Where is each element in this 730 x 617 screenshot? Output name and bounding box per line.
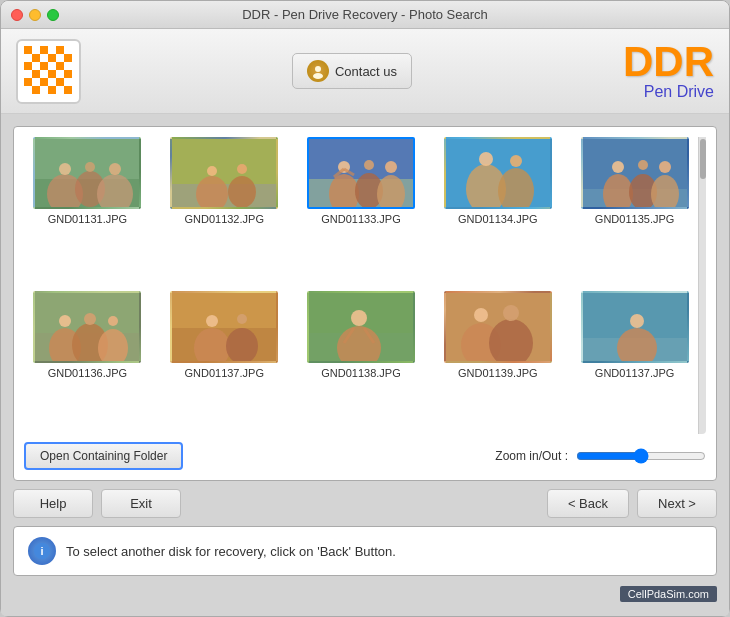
svg-rect-27 [40,78,48,86]
exit-button[interactable]: Exit [101,489,181,518]
photo-filename: GND01137.JPG [184,367,263,379]
info-icon: i [28,537,56,565]
svg-rect-11 [56,54,64,62]
info-bar: i To select another disk for recovery, c… [13,526,717,576]
photo-filename: GND01133.JPG [321,213,400,225]
svg-rect-36 [64,86,72,94]
help-button[interactable]: Help [13,489,93,518]
next-button[interactable]: Next > [637,489,717,518]
photo-thumbnail[interactable] [581,137,689,209]
list-item[interactable]: GND01136.JPG [24,291,151,435]
svg-rect-1 [24,46,32,54]
svg-rect-13 [24,62,32,70]
contact-icon [307,60,329,82]
action-bar: Help Exit < Back Next > [13,489,717,518]
svg-rect-30 [64,78,72,86]
list-item[interactable]: GND01139.JPG [434,291,561,435]
title-bar: DDR - Pen Drive Recovery - Photo Search [1,1,729,29]
photo-panel: GND01131.JPG [13,126,717,481]
photo-thumbnail[interactable] [170,291,278,363]
info-message: To select another disk for recovery, cli… [66,544,396,559]
photo-thumbnail[interactable] [33,291,141,363]
svg-rect-19 [24,70,32,78]
svg-point-53 [237,164,247,174]
svg-point-69 [479,152,493,166]
svg-rect-23 [56,70,64,78]
svg-text:i: i [40,545,43,557]
list-item[interactable]: GND01138.JPG [298,291,425,435]
svg-point-70 [510,155,522,167]
svg-point-93 [226,328,258,363]
svg-point-37 [315,66,321,72]
photo-thumbnail[interactable] [170,137,278,209]
svg-rect-4 [48,46,56,54]
svg-rect-15 [40,62,48,70]
svg-rect-17 [56,62,64,70]
svg-rect-33 [40,86,48,94]
svg-point-38 [313,73,323,79]
scrollbar[interactable] [698,137,706,434]
app-logo [16,39,81,104]
traffic-lights [11,9,59,21]
window-title: DDR - Pen Drive Recovery - Photo Search [242,7,488,22]
svg-point-79 [659,161,671,173]
svg-rect-24 [64,70,72,78]
photo-filename: GND01134.JPG [458,213,537,225]
list-item[interactable]: GND01137.JPG [571,291,698,435]
back-button[interactable]: < Back [547,489,629,518]
ddr-title: DDR [623,41,714,83]
svg-point-62 [385,161,397,173]
svg-rect-29 [56,78,64,86]
svg-rect-25 [24,78,32,86]
photo-filename: GND01132.JPG [184,213,263,225]
list-item[interactable]: GND01131.JPG [24,137,151,281]
minimize-button[interactable] [29,9,41,21]
photo-thumbnail[interactable] [33,137,141,209]
list-item[interactable]: GND01133.JPG [298,137,425,281]
photo-thumbnail[interactable] [307,291,415,363]
svg-point-51 [228,176,256,208]
list-item[interactable]: GND01132.JPG [161,137,288,281]
zoom-label: Zoom in/Out : [495,449,568,463]
photo-panel-controls: Open Containing Folder Zoom in/Out : [24,442,706,470]
svg-point-61 [364,160,374,170]
svg-rect-20 [32,70,40,78]
svg-point-44 [59,163,71,175]
svg-rect-3 [40,46,48,54]
svg-rect-34 [48,86,56,94]
right-nav-buttons: < Back Next > [547,489,717,518]
svg-rect-2 [32,46,40,54]
svg-rect-14 [32,62,40,70]
svg-rect-18 [64,62,72,70]
photo-filename: GND01137.JPG [595,367,674,379]
photo-filename: GND01131.JPG [48,213,127,225]
photo-thumbnail[interactable] [581,291,689,363]
svg-rect-35 [56,86,64,94]
svg-rect-8 [32,54,40,62]
zoom-slider[interactable] [576,448,706,464]
photo-thumbnail[interactable] [307,137,415,209]
photo-filename: GND01138.JPG [321,367,400,379]
svg-rect-26 [32,78,40,86]
photo-filename: GND01135.JPG [595,213,674,225]
svg-rect-28 [48,78,56,86]
list-item[interactable]: GND01135.JPG [571,137,698,281]
photo-thumbnail[interactable] [444,291,552,363]
svg-point-46 [109,163,121,175]
svg-point-94 [206,315,218,327]
ddr-logo: DDR Pen Drive [623,41,714,101]
contact-button[interactable]: Contact us [292,53,412,89]
close-button[interactable] [11,9,23,21]
svg-point-95 [237,314,247,324]
open-folder-button[interactable]: Open Containing Folder [24,442,183,470]
svg-point-87 [84,313,96,325]
photo-filename: GND01139.JPG [458,367,537,379]
photo-thumbnail[interactable] [444,137,552,209]
maximize-button[interactable] [47,9,59,21]
svg-rect-16 [48,62,56,70]
list-item[interactable]: GND01137.JPG [161,291,288,435]
list-item[interactable]: GND01134.JPG [434,137,561,281]
photo-filename: GND01136.JPG [48,367,127,379]
scrollbar-thumb[interactable] [700,139,706,179]
photo-grid: GND01131.JPG [24,137,698,434]
